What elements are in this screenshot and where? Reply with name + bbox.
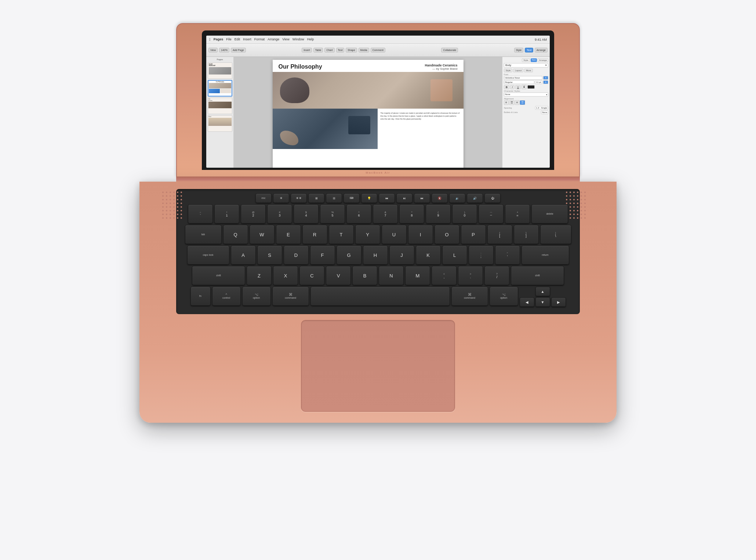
view-btn[interactable]: View	[208, 48, 218, 52]
g-key[interactable]: G	[337, 246, 361, 265]
f8-key[interactable]: ⏯	[396, 193, 412, 203]
lbracket-key[interactable]: { [	[487, 225, 512, 244]
font-name-input[interactable]: Helvetica Neue	[504, 76, 542, 80]
f-key[interactable]: F	[310, 246, 335, 265]
shift-left-key[interactable]: shift	[192, 266, 245, 285]
option-left-key[interactable]: ⌥ option	[242, 287, 271, 306]
f5-key[interactable]: ⌨	[344, 193, 360, 203]
shape-btn[interactable]: Shape	[346, 48, 357, 52]
delete-key[interactable]: delete	[531, 204, 568, 223]
spacing-value[interactable]: 1.0 - Single	[535, 106, 548, 110]
command-left-key[interactable]: ⌘ command	[272, 287, 309, 306]
2-key[interactable]: @ 2	[241, 204, 266, 223]
add-page-btn[interactable]: Add Page	[231, 48, 246, 52]
quote-key[interactable]: " '	[495, 246, 520, 265]
option-right-key[interactable]: ⌥ option	[490, 287, 518, 306]
h-key[interactable]: H	[363, 246, 388, 265]
c-key[interactable]: C	[299, 266, 324, 285]
return-key[interactable]: return	[521, 246, 569, 265]
file-menu[interactable]: File	[226, 37, 232, 41]
6-key[interactable]: ^ 6	[346, 204, 371, 223]
bold-btn[interactable]: B	[504, 85, 509, 89]
j-key[interactable]: J	[389, 246, 414, 265]
q-key[interactable]: Q	[223, 225, 248, 244]
arrow-down-key[interactable]: ▼	[535, 297, 550, 307]
panel-text-tab[interactable]: Text	[531, 58, 537, 62]
font-size-input[interactable]: 11 pt	[535, 80, 542, 84]
z-key[interactable]: Z	[247, 266, 272, 285]
f11-key[interactable]: 🔉	[449, 193, 465, 203]
panel-arrange-tab[interactable]: Arrange	[538, 58, 548, 62]
align-right-btn[interactable]: ≡	[515, 100, 520, 105]
font-color-swatch[interactable]: A	[543, 80, 548, 84]
i-key[interactable]: I	[408, 225, 433, 244]
l-key[interactable]: L	[442, 246, 467, 265]
7-key[interactable]: & 7	[373, 204, 398, 223]
arrow-right-key[interactable]: ▶	[551, 297, 566, 307]
window-menu[interactable]: Window	[292, 37, 304, 41]
m-key[interactable]: M	[405, 266, 430, 285]
r-key[interactable]: R	[302, 225, 327, 244]
f10-key[interactable]: 🔇	[432, 193, 448, 203]
panel-style-tab[interactable]: Style	[522, 58, 530, 62]
arrow-left-key[interactable]: ◀	[520, 297, 534, 307]
semicolon-key[interactable]: : ;	[469, 246, 494, 265]
chart-btn[interactable]: Chart	[324, 48, 334, 52]
v-key[interactable]: V	[326, 266, 351, 285]
subtab-style[interactable]: Style	[504, 69, 512, 72]
style-dropdown[interactable]: Body ▾	[504, 63, 548, 68]
8-key[interactable]: * 8	[399, 204, 424, 223]
f9-key[interactable]: ⏭	[414, 193, 430, 203]
f4-key[interactable]: ⊟	[326, 193, 342, 203]
n-key[interactable]: N	[379, 266, 404, 285]
f3-key[interactable]: ⊞	[308, 193, 324, 203]
f7-key[interactable]: ⏮	[379, 193, 395, 203]
comment-btn[interactable]: Comment	[371, 48, 385, 52]
f2-key[interactable]: ☀☀	[291, 193, 307, 203]
align-justify-btn[interactable]: ☰	[520, 100, 525, 105]
subtab-more[interactable]: More	[524, 69, 533, 72]
3-key[interactable]: # 3	[267, 204, 292, 223]
control-key[interactable]: ^ control	[212, 287, 241, 306]
f1-key[interactable]: ☀	[273, 193, 289, 203]
d-key[interactable]: D	[284, 246, 309, 265]
char-styles-dropdown[interactable]: None ▾	[504, 92, 548, 97]
period-key[interactable]: > .	[458, 266, 483, 285]
style-btn[interactable]: Style	[514, 48, 524, 52]
view-menu[interactable]: View	[282, 37, 289, 41]
apple-menu[interactable]: 	[209, 37, 211, 41]
9-key[interactable]: ( 9	[426, 204, 451, 223]
y-key[interactable]: Y	[355, 225, 380, 244]
arrange-menu[interactable]: Arrange	[268, 37, 279, 41]
a-key[interactable]: A	[231, 246, 256, 265]
esc-key[interactable]: esc	[255, 193, 272, 203]
rbracket-key[interactable]: } ]	[514, 225, 539, 244]
page-thumb-2[interactable]: Our Philosophy	[208, 80, 232, 97]
t-key[interactable]: T	[329, 225, 354, 244]
strikethrough-btn[interactable]: S̶	[521, 85, 527, 89]
4-key[interactable]: $ 4	[294, 204, 319, 223]
comma-key[interactable]: < ,	[432, 266, 457, 285]
font-weight-input[interactable]: Regular	[504, 80, 534, 84]
format-menu[interactable]: Format	[254, 37, 265, 41]
1-key[interactable]: ! 1	[214, 204, 239, 223]
underline-btn[interactable]: U	[515, 85, 521, 89]
trackpad[interactable]	[301, 320, 455, 412]
bullets-value[interactable]: None	[541, 110, 548, 114]
f12-key[interactable]: 🔊	[467, 193, 483, 203]
0-key[interactable]: ) 0	[452, 204, 477, 223]
p-key[interactable]: P	[461, 225, 486, 244]
page-thumb-1[interactable]: BLANDWORKSHOP	[208, 62, 232, 79]
color-box[interactable]	[527, 85, 535, 89]
pages-menu[interactable]: Pages	[214, 37, 223, 41]
insert-btn[interactable]: Insert	[302, 48, 312, 52]
subtab-layout[interactable]: Layout	[513, 69, 523, 72]
help-menu[interactable]: Help	[307, 37, 314, 41]
font-color-btn[interactable]: A	[543, 76, 548, 80]
x-key[interactable]: X	[273, 266, 298, 285]
equals-key[interactable]: + =	[505, 204, 530, 223]
spacebar-key[interactable]	[310, 287, 450, 306]
page-thumb-4[interactable]: Glaze	[208, 115, 232, 132]
5-key[interactable]: % 5	[320, 204, 345, 223]
s-key[interactable]: S	[257, 246, 282, 265]
